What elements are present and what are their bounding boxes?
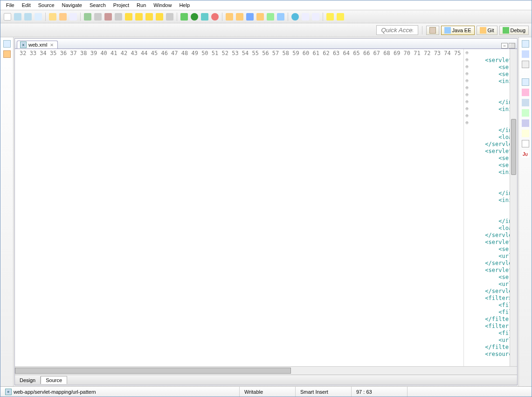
markers-icon[interactable] [522,89,529,96]
scroll-thumb[interactable] [511,119,516,175]
main-area: X web.xml ✕ – ⬜ 32 33 34 35 36 37 38 39 … [0,37,532,386]
perspective-git[interactable]: Git [477,26,497,35]
line-number-gutter: 32 33 34 35 36 37 38 39 40 41 42 43 44 4… [15,49,464,366]
restore-view-icon[interactable] [522,40,529,48]
new-folder-icon[interactable] [226,13,233,21]
right-trim: Jᴜ [518,37,532,386]
statusbar: e web-app/servlet-mapping/url-pattern Wr… [0,386,532,397]
scroll-thumb[interactable] [15,368,291,374]
properties-icon[interactable] [522,99,529,106]
task-list-icon[interactable] [522,61,529,68]
perspective-bar: Java EE Git Debug [0,23,532,37]
menu-window[interactable]: Window [150,1,175,9]
menu-search[interactable]: Search [86,1,110,9]
status-path: e web-app/servlet-mapping/url-pattern [0,387,240,397]
menu-run[interactable]: Run [133,1,150,9]
menu-help[interactable]: Help [175,1,193,9]
left-trim [0,37,14,386]
menu-edit[interactable]: Edit [18,1,35,9]
search-icon[interactable] [277,13,284,21]
new-class-icon[interactable] [246,13,254,21]
menu-file[interactable]: File [2,1,18,9]
main-toolbar [0,10,532,23]
open-task-icon[interactable] [267,13,274,21]
horizontal-scroll-row [15,366,517,375]
close-tab-icon[interactable]: ✕ [49,42,55,48]
separator [80,13,81,21]
status-cursor-pos: 97 : 63 [352,387,408,397]
perspective-label: Java EE [452,28,471,33]
save-icon[interactable] [14,13,21,21]
save-all-icon[interactable] [24,13,32,21]
vertical-scrollbar[interactable] [510,49,517,366]
status-insert-mode: Smart Insert [296,387,352,397]
editor-tab-webxml[interactable]: X web.xml ✕ [17,41,58,49]
snippets-icon[interactable] [522,130,529,137]
separator [45,13,46,21]
status-path-text: web-app/servlet-mapping/url-pattern [14,389,96,395]
new-icon[interactable] [4,13,11,21]
separator [323,13,323,21]
pin-icon[interactable] [312,13,319,21]
maximize-editor-icon[interactable]: ⬜ [509,43,515,49]
step-return-icon[interactable] [145,13,153,21]
xml-file-icon: X [20,42,27,48]
run-icon[interactable] [191,13,198,21]
editor-tabbar: X web.xml ✕ – ⬜ [15,39,517,49]
run-last-icon[interactable] [201,13,208,21]
menu-project[interactable]: Project [110,1,133,9]
open-perspective-button[interactable] [426,26,439,35]
separator [177,13,177,21]
menubar: File Edit Source Navigate Search Project… [0,0,532,10]
drop-frame-icon[interactable] [156,13,163,21]
bug-icon[interactable] [180,13,188,21]
step-filters-icon[interactable] [166,13,173,21]
menu-source[interactable]: Source [35,1,58,9]
menu-navigate[interactable]: Navigate [58,1,86,9]
source-tab[interactable]: Source [41,376,67,384]
editor-body: 32 33 34 35 36 37 38 39 40 41 42 43 44 4… [15,49,517,366]
quick-access-input[interactable] [376,25,418,35]
stop-icon[interactable] [104,13,112,21]
element-icon: e [5,389,12,395]
new-package-icon[interactable] [236,13,243,21]
forward-icon[interactable] [337,13,344,21]
perspective-java-ee[interactable]: Java EE [441,26,475,35]
step-into-icon[interactable] [125,13,132,21]
perspective-label: Debug [511,28,525,33]
separator [222,13,222,21]
resume-icon[interactable] [84,13,91,21]
fold-gutter[interactable]: ⊖ ⊖ ⊖ ⊖ ⊖ ⊖ ⊖ ⊖ ⊖ ⊖ ⊖ [464,49,470,366]
separator [422,26,422,35]
print-icon[interactable] [35,13,42,21]
status-writable: Writable [240,387,296,397]
step-over-icon[interactable] [135,13,143,21]
coverage-icon[interactable] [211,13,219,21]
back-icon[interactable] [326,13,334,21]
restore-view-icon[interactable] [522,78,529,86]
project-explorer-icon[interactable] [3,50,11,58]
minimize-editor-icon[interactable]: – [501,43,508,49]
restore-view-icon[interactable] [3,40,11,48]
code-area[interactable]: <servlet> <servlet-name>ODataServlet</se… [470,49,510,366]
open-type-icon[interactable] [256,13,264,21]
link-icon[interactable] [69,13,77,21]
servers-icon[interactable] [522,109,529,117]
design-tab[interactable]: Design [15,376,41,384]
perspective-label: Git [488,28,494,33]
build-all-icon[interactable] [59,13,67,21]
disconnect-icon[interactable] [115,13,122,21]
annotation-icon[interactable] [302,13,309,21]
status-empty [408,387,532,397]
console-icon[interactable] [522,140,529,147]
horizontal-scrollbar[interactable] [15,367,517,375]
editor-bottom-tabs: Design Source [15,375,517,385]
perspective-debug[interactable]: Debug [499,26,529,35]
junit-icon[interactable]: Jᴜ [522,150,529,158]
editor-tab-label: web.xml [28,42,47,48]
pause-icon[interactable] [94,13,102,21]
data-source-icon[interactable] [522,119,529,127]
outline-icon[interactable] [522,50,529,58]
build-icon[interactable] [49,13,56,21]
globe-icon[interactable] [291,13,299,21]
